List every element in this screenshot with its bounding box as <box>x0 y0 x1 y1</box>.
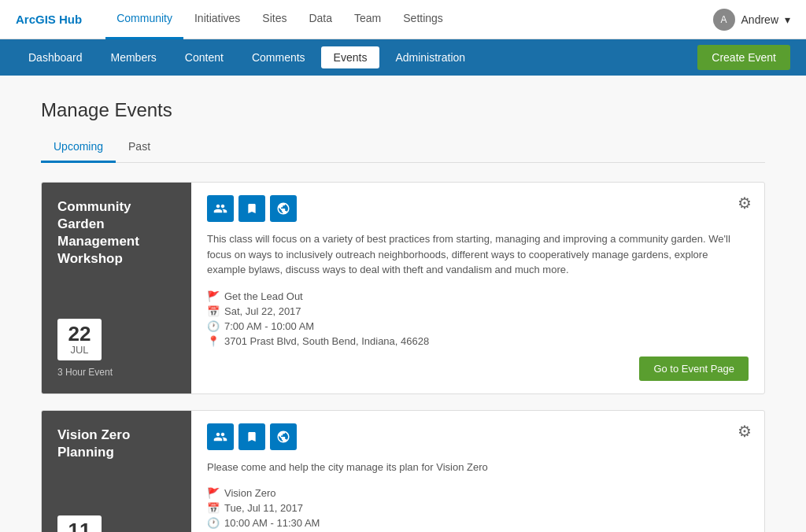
top-nav-links: Community Initiatives Sites Data Team Se… <box>105 0 712 39</box>
tab-upcoming[interactable]: Upcoming <box>41 134 116 163</box>
event-globe-icon-2[interactable] <box>270 423 297 450</box>
event-description-1: This class will focus on a variety of be… <box>207 231 749 278</box>
event-location-1: 3701 Prast Blvd, South Bend, Indiana, 46… <box>224 335 429 347</box>
top-nav-community[interactable]: Community <box>105 0 183 39</box>
calendar-icon-2: 📅 <box>207 502 220 514</box>
user-menu[interactable]: A Andrew ▾ <box>713 9 790 31</box>
top-nav-sites[interactable]: Sites <box>251 0 298 39</box>
event-location-row-1: 📍 3701 Prast Blvd, South Bend, Indiana, … <box>207 335 749 347</box>
event-date-full-2: Tue, Jul 11, 2017 <box>224 502 303 514</box>
event-icons-row-1 <box>207 195 749 222</box>
event-date-badge-2: 11 JUL <box>57 515 176 532</box>
event-bookmark-icon-2[interactable] <box>238 423 265 450</box>
event-date-day-1: 22 <box>65 323 94 344</box>
event-date-month-1: JUL <box>65 344 94 356</box>
event-title-2: Vision Zero Planning <box>57 427 176 461</box>
user-chevron-icon: ▾ <box>785 13 790 26</box>
event-tabs: Upcoming Past <box>41 134 765 163</box>
event-date-box-2: 11 JUL <box>57 515 102 532</box>
user-name: Andrew <box>741 13 778 26</box>
top-nav: ArcGIS Hub Community Initiatives Sites D… <box>0 0 806 39</box>
event-card-right-1: ⚙ This class will focus on a variety of … <box>191 183 764 393</box>
event-bookmark-icon-1[interactable] <box>238 195 265 222</box>
event-date-day-2: 11 <box>65 520 94 532</box>
sub-nav-events[interactable]: Events <box>321 46 380 68</box>
event-card-2: Vision Zero Planning 11 JUL 1.5 Hour Eve… <box>41 410 765 533</box>
event-time-1: 7:00 AM - 10:00 AM <box>224 320 314 332</box>
event-date-full-1: Sat, Jul 22, 2017 <box>224 305 301 317</box>
event-duration-1: 3 Hour Event <box>57 367 176 378</box>
create-event-button[interactable]: Create Event <box>697 45 790 70</box>
tab-past[interactable]: Past <box>116 134 163 163</box>
event-footer-1: Go to Event Page <box>207 357 749 381</box>
event-date-box-1: 22 JUL <box>57 319 102 360</box>
event-initiative-1: Get the Lead Out <box>224 290 303 302</box>
top-nav-team[interactable]: Team <box>343 0 392 39</box>
event-date-row-2: 📅 Tue, Jul 11, 2017 <box>207 502 749 514</box>
flag-icon-1: 🚩 <box>207 290 220 302</box>
top-nav-settings[interactable]: Settings <box>392 0 454 39</box>
top-nav-initiatives[interactable]: Initiatives <box>183 0 251 39</box>
pin-icon-1: 📍 <box>207 335 220 347</box>
event-time-row-2: 🕐 10:00 AM - 11:30 AM <box>207 517 749 529</box>
sub-nav-members[interactable]: Members <box>98 46 169 68</box>
event-time-row-1: 🕐 7:00 AM - 10:00 AM <box>207 320 749 332</box>
event-globe-icon-1[interactable] <box>270 195 297 222</box>
event-attendees-icon-1[interactable] <box>207 195 234 222</box>
clock-icon-1: 🕐 <box>207 320 220 332</box>
event-date-badge-1: 22 JUL <box>57 319 176 360</box>
sub-nav-administration[interactable]: Administration <box>383 46 478 68</box>
logo-brand: ArcGIS <box>16 13 56 26</box>
event-initiative-row-1: 🚩 Get the Lead Out <box>207 290 749 302</box>
sub-nav-content[interactable]: Content <box>172 46 236 68</box>
go-to-event-button-1[interactable]: Go to Event Page <box>639 357 749 381</box>
page-content: Manage Events Upcoming Past Community Ga… <box>25 76 781 532</box>
event-time-2: 10:00 AM - 11:30 AM <box>224 517 320 529</box>
event-meta-2: 🚩 Vision Zero 📅 Tue, Jul 11, 2017 🕐 10:0… <box>207 487 749 532</box>
event-card-left-2: Vision Zero Planning 11 JUL 1.5 Hour Eve… <box>42 411 191 533</box>
event-initiative-2: Vision Zero <box>224 487 276 499</box>
event-initiative-row-2: 🚩 Vision Zero <box>207 487 749 499</box>
logo-suffix: Hub <box>56 13 82 26</box>
top-nav-data[interactable]: Data <box>298 0 343 39</box>
clock-icon-2: 🕐 <box>207 517 220 529</box>
sub-nav: Dashboard Members Content Comments Event… <box>0 39 806 76</box>
sub-nav-comments[interactable]: Comments <box>239 46 318 68</box>
event-title-1: Community Garden Management Workshop <box>57 198 176 268</box>
event-meta-1: 🚩 Get the Lead Out 📅 Sat, Jul 22, 2017 🕐… <box>207 290 749 347</box>
calendar-icon-1: 📅 <box>207 305 220 317</box>
event-gear-button-1[interactable]: ⚙ <box>738 194 752 212</box>
event-card-right-2: ⚙ Please come and help the city manage i… <box>191 411 764 533</box>
avatar: A <box>713 9 735 31</box>
event-description-2: Please come and help the city manage its… <box>207 460 749 475</box>
event-card-left-1: Community Garden Management Workshop 22 … <box>42 183 191 393</box>
event-gear-button-2[interactable]: ⚙ <box>738 422 752 441</box>
event-date-row-1: 📅 Sat, Jul 22, 2017 <box>207 305 749 317</box>
sub-nav-dashboard[interactable]: Dashboard <box>16 46 95 68</box>
event-card: Community Garden Management Workshop 22 … <box>41 182 765 394</box>
flag-icon-2: 🚩 <box>207 487 220 499</box>
event-icons-row-2 <box>207 423 749 450</box>
page-title: Manage Events <box>41 99 765 121</box>
app-logo: ArcGIS Hub <box>16 13 82 26</box>
event-attendees-icon-2[interactable] <box>207 423 234 450</box>
